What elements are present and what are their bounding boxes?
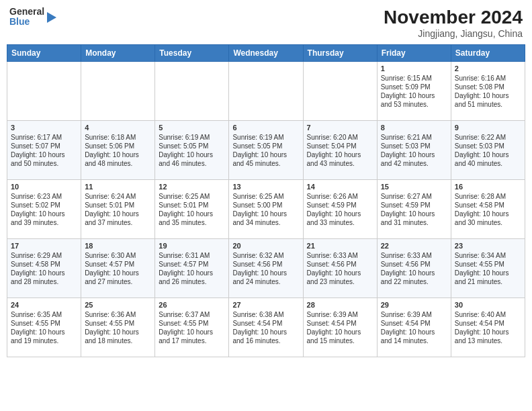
- day-info: Sunset: 4:57 PM: [159, 260, 225, 269]
- page: General Blue November 2024 Jingjiang, Ji…: [0, 0, 532, 411]
- day-info: Sunset: 5:02 PM: [11, 201, 77, 210]
- table-row: 13Sunrise: 6:25 AMSunset: 5:00 PMDayligh…: [229, 180, 303, 239]
- day-number: 19: [159, 242, 225, 250]
- day-info: Sunset: 5:06 PM: [85, 142, 151, 150]
- day-info: and 15 minutes.: [307, 336, 373, 345]
- day-info: and 46 minutes.: [159, 159, 225, 168]
- table-row: 9Sunrise: 6:22 AMSunset: 5:03 PMDaylight…: [451, 121, 525, 180]
- day-number: 10: [11, 183, 77, 191]
- table-row: 27Sunrise: 6:38 AMSunset: 4:54 PMDayligh…: [229, 298, 303, 357]
- day-info: Sunrise: 6:28 AM: [455, 192, 521, 201]
- day-number: 25: [85, 301, 151, 309]
- day-number: 26: [159, 301, 225, 309]
- day-info: Sunrise: 6:24 AM: [85, 192, 151, 201]
- day-info: Sunset: 4:55 PM: [455, 260, 521, 269]
- day-info: and 33 minutes.: [307, 218, 373, 227]
- day-info: Sunset: 5:00 PM: [232, 201, 299, 210]
- table-row: 12Sunrise: 6:25 AMSunset: 5:01 PMDayligh…: [155, 180, 229, 239]
- day-info: Sunset: 5:01 PM: [85, 201, 151, 210]
- table-row: 21Sunrise: 6:33 AMSunset: 4:56 PMDayligh…: [303, 239, 377, 298]
- table-row: 22Sunrise: 6:33 AMSunset: 4:56 PMDayligh…: [377, 239, 451, 298]
- day-number: 6: [232, 124, 299, 132]
- day-info: Daylight: 10 hours: [455, 150, 521, 159]
- day-info: and 42 minutes.: [381, 159, 447, 168]
- day-info: Daylight: 10 hours: [159, 328, 225, 336]
- table-row: 10Sunrise: 6:23 AMSunset: 5:02 PMDayligh…: [7, 180, 81, 239]
- logo: General Blue: [9, 7, 56, 28]
- day-info: Daylight: 10 hours: [11, 269, 77, 277]
- day-number: 5: [159, 124, 225, 132]
- day-info: and 28 minutes.: [11, 277, 77, 286]
- day-info: Sunrise: 6:27 AM: [381, 192, 447, 201]
- day-number: 8: [381, 124, 447, 132]
- header-thursday: Thursday: [303, 45, 377, 62]
- day-number: 2: [455, 64, 521, 73]
- day-info: Sunrise: 6:17 AM: [11, 133, 77, 142]
- day-info: Sunrise: 6:40 AM: [455, 310, 521, 319]
- day-number: 18: [85, 242, 151, 250]
- table-row: 16Sunrise: 6:28 AMSunset: 4:58 PMDayligh…: [451, 180, 525, 239]
- logo-line1: General: [9, 7, 44, 17]
- day-info: Daylight: 10 hours: [455, 269, 521, 277]
- day-info: Sunrise: 6:22 AM: [455, 133, 521, 142]
- day-info: Sunrise: 6:26 AM: [307, 192, 373, 201]
- day-number: 30: [455, 301, 521, 309]
- day-info: Sunset: 4:54 PM: [232, 319, 299, 328]
- weekday-header-row: Sunday Monday Tuesday Wednesday Thursday…: [7, 45, 525, 62]
- day-number: 3: [11, 124, 77, 132]
- day-info: and 13 minutes.: [455, 336, 521, 345]
- day-info: Sunset: 4:56 PM: [381, 260, 447, 269]
- day-info: Daylight: 10 hours: [85, 150, 151, 159]
- day-info: Daylight: 10 hours: [232, 210, 299, 218]
- day-number: 22: [381, 242, 447, 250]
- day-info: Daylight: 10 hours: [11, 328, 77, 336]
- day-number: 7: [307, 124, 373, 132]
- header-tuesday: Tuesday: [155, 45, 229, 62]
- logo-arrow-icon: [47, 12, 56, 23]
- day-info: Sunrise: 6:35 AM: [11, 310, 77, 319]
- day-number: 29: [381, 301, 447, 309]
- day-info: Sunset: 5:09 PM: [381, 83, 447, 91]
- day-info: and 27 minutes.: [85, 277, 151, 286]
- header-wednesday: Wednesday: [229, 45, 303, 62]
- day-info: Sunset: 4:56 PM: [232, 260, 299, 269]
- day-info: and 43 minutes.: [307, 159, 373, 168]
- day-info: Sunrise: 6:32 AM: [232, 251, 299, 260]
- day-info: Daylight: 10 hours: [159, 269, 225, 277]
- day-info: Daylight: 10 hours: [381, 210, 447, 218]
- day-info: Sunrise: 6:29 AM: [11, 251, 77, 260]
- day-info: and 14 minutes.: [381, 336, 447, 345]
- day-number: 20: [232, 242, 299, 250]
- table-row: 14Sunrise: 6:26 AMSunset: 4:59 PMDayligh…: [303, 180, 377, 239]
- day-info: and 30 minutes.: [455, 218, 521, 227]
- day-info: Sunrise: 6:15 AM: [381, 74, 447, 83]
- table-row: 25Sunrise: 6:36 AMSunset: 4:55 PMDayligh…: [81, 298, 155, 357]
- table-row: 8Sunrise: 6:21 AMSunset: 5:03 PMDaylight…: [377, 121, 451, 180]
- day-info: Sunset: 4:56 PM: [307, 260, 373, 269]
- day-info: Sunrise: 6:37 AM: [159, 310, 225, 319]
- day-number: 16: [455, 183, 521, 191]
- day-info: Daylight: 10 hours: [85, 328, 151, 336]
- day-info: and 19 minutes.: [11, 336, 77, 345]
- day-info: Sunset: 4:54 PM: [381, 319, 447, 328]
- day-info: Sunset: 4:54 PM: [455, 319, 521, 328]
- day-info: Daylight: 10 hours: [159, 210, 225, 218]
- day-info: and 53 minutes.: [381, 100, 447, 109]
- table-row: 26Sunrise: 6:37 AMSunset: 4:55 PMDayligh…: [155, 298, 229, 357]
- day-info: Sunrise: 6:21 AM: [381, 133, 447, 142]
- day-number: 4: [85, 124, 151, 132]
- day-info: and 34 minutes.: [232, 218, 299, 227]
- table-row: 2Sunrise: 6:16 AMSunset: 5:08 PMDaylight…: [451, 62, 525, 121]
- day-info: Daylight: 10 hours: [232, 150, 299, 159]
- table-row: [303, 62, 377, 121]
- day-info: Daylight: 10 hours: [307, 328, 373, 336]
- day-info: Sunset: 5:05 PM: [159, 142, 225, 150]
- day-info: Sunset: 5:03 PM: [455, 142, 521, 150]
- day-info: Daylight: 10 hours: [381, 269, 447, 277]
- day-number: 13: [232, 183, 299, 191]
- day-info: Sunrise: 6:38 AM: [232, 310, 299, 319]
- day-number: 23: [455, 242, 521, 250]
- day-info: Daylight: 10 hours: [232, 269, 299, 277]
- calendar-subtitle: Jingjiang, Jiangsu, China: [384, 28, 523, 39]
- day-number: 11: [85, 183, 151, 191]
